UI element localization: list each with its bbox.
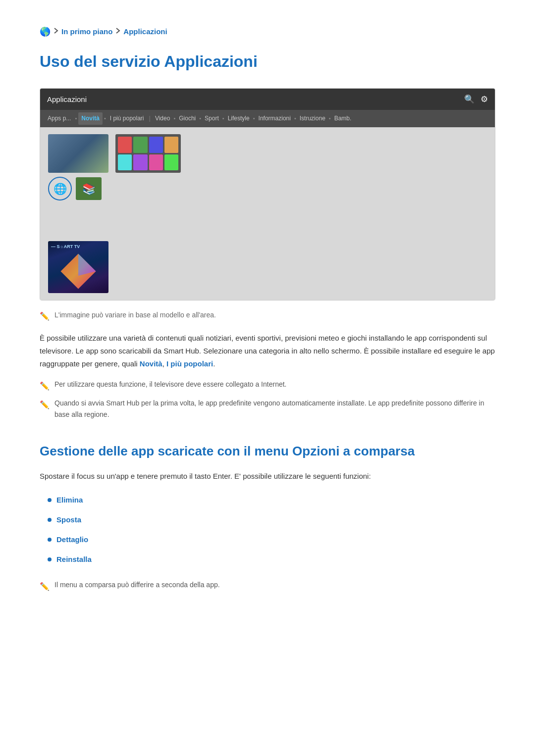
tv-nav-novita[interactable]: Novità bbox=[78, 112, 103, 125]
tv-nav-sep7: • bbox=[293, 114, 297, 123]
note-1: ✏️ Per utilizzare questa funzione, il te… bbox=[40, 379, 495, 393]
tv-nav-lifestyle[interactable]: Lifestyle bbox=[226, 112, 252, 125]
pencil-icon-3: ✏️ bbox=[40, 399, 50, 411]
search-icon[interactable]: 🔍 bbox=[464, 93, 475, 106]
highlight-novita[interactable]: Novità bbox=[140, 359, 162, 368]
tv-header-icons: 🔍 ⚙ bbox=[464, 93, 488, 106]
option-elimina-link[interactable]: Elimina bbox=[56, 494, 83, 506]
tv-screen-panel: Applicazioni 🔍 ⚙ Apps p... • Novità • I … bbox=[40, 88, 495, 301]
main-paragraph: È possibile utilizzare una varietà di co… bbox=[40, 332, 495, 371]
grid-cell-2 bbox=[133, 137, 147, 153]
option-reinstalla-link[interactable]: Reinstalla bbox=[56, 554, 92, 565]
tv-header-title: Applicazioni bbox=[47, 94, 87, 105]
note-1-text: Per utilizzare questa funzione, il telev… bbox=[54, 379, 287, 390]
bullet-dot-3 bbox=[48, 538, 52, 542]
image-note: ✏️ L'immagine può variare in base al mod… bbox=[40, 309, 495, 323]
options-list: Elimina Sposta Dettaglio Reinstalla bbox=[48, 490, 495, 569]
tv-app-tile-grid[interactable] bbox=[115, 134, 181, 173]
section2-intro: Spostare il focus su un'app e tenere pre… bbox=[40, 470, 495, 483]
tv-nav-divider: | bbox=[147, 113, 153, 124]
tv-header: Applicazioni 🔍 ⚙ bbox=[40, 89, 495, 110]
grid-cell-4 bbox=[164, 137, 178, 153]
tv-app-tile-landscape[interactable] bbox=[48, 134, 108, 173]
note-2: ✏️ Quando si avvia Smart Hub per la prim… bbox=[40, 398, 495, 420]
list-item-sposta: Sposta bbox=[48, 510, 495, 530]
comma-sep: , bbox=[162, 359, 166, 368]
pencil-icon-2: ✏️ bbox=[40, 380, 50, 393]
tv-app-small-row: 🌐 📚 bbox=[48, 177, 108, 201]
tv-nav-sep2: • bbox=[103, 114, 107, 123]
tv-nav-sep3: • bbox=[172, 114, 176, 123]
tv-nav-sep8: • bbox=[328, 114, 332, 123]
tv-col-1: 🌐 📚 bbox=[48, 134, 108, 234]
grid-cell-6 bbox=[133, 154, 147, 171]
tv-smart-tv-tile[interactable]: — S☼ART TV bbox=[48, 241, 108, 293]
grid-cell-3 bbox=[149, 137, 163, 153]
breadcrumb-link-primo-piano[interactable]: In primo piano bbox=[61, 26, 112, 38]
tv-nav-sep6: • bbox=[252, 114, 256, 123]
tv-nav-piu-popolari[interactable]: I più popolari bbox=[107, 112, 147, 125]
tv-nav-bamb[interactable]: Bamb. bbox=[332, 112, 354, 125]
image-note-text: L'immagine può variare in base al modell… bbox=[54, 309, 216, 320]
tv-nav-video[interactable]: Video bbox=[153, 112, 172, 125]
list-item-dettaglio: Dettaglio bbox=[48, 530, 495, 550]
bullet-dot-4 bbox=[48, 557, 52, 561]
pencil-icon-4: ✏️ bbox=[40, 580, 50, 593]
tv-nav-giochi[interactable]: Giochi bbox=[177, 112, 198, 125]
tv-nav-apps[interactable]: Apps p... bbox=[45, 112, 73, 125]
smart-tv-label: — S☼ART TV bbox=[51, 244, 80, 250]
grid-cell-5 bbox=[118, 154, 132, 171]
page-title: Uso del servizio Applicazioni bbox=[40, 49, 495, 74]
period-end: . bbox=[213, 359, 215, 368]
breadcrumb-separator-2 bbox=[115, 26, 120, 38]
grid-cell-8 bbox=[164, 154, 178, 171]
grid-cell-1 bbox=[118, 137, 132, 153]
tv-app-globe[interactable]: 🌐 bbox=[48, 177, 72, 201]
smart-tv-graphic bbox=[54, 252, 103, 291]
list-item-reinstalla: Reinstalla bbox=[48, 550, 495, 569]
breadcrumb-link-applicazioni[interactable]: Applicazioni bbox=[123, 26, 167, 38]
grid-cell-7 bbox=[149, 154, 163, 171]
bullet-dot-2 bbox=[48, 518, 52, 522]
popup-note-text: Il menu a comparsa può differire a secon… bbox=[54, 579, 220, 591]
tv-nav-sport[interactable]: Sport bbox=[203, 112, 221, 125]
tv-nav-sep4: • bbox=[198, 114, 202, 123]
tv-content-area: 🌐 📚 bbox=[40, 127, 495, 241]
main-text-body: È possibile utilizzare una varietà di co… bbox=[40, 334, 495, 368]
highlight-piu-popolari[interactable]: I più popolari bbox=[166, 359, 213, 368]
tv-nav-istruzione[interactable]: Istruzione bbox=[298, 112, 327, 125]
tv-app-book[interactable]: 📚 bbox=[76, 177, 102, 200]
tv-nav-bar: Apps p... • Novità • I più popolari | Vi… bbox=[40, 110, 495, 127]
breadcrumb-separator-1 bbox=[54, 26, 58, 38]
option-dettaglio-link[interactable]: Dettaglio bbox=[56, 534, 88, 546]
bullet-dot-1 bbox=[48, 498, 52, 502]
tv-nav-sep1: • bbox=[74, 114, 78, 123]
option-sposta-link[interactable]: Sposta bbox=[56, 514, 81, 526]
tv-nav-sep5: • bbox=[221, 114, 225, 123]
tv-nav-informazioni[interactable]: Informazioni bbox=[257, 112, 293, 125]
section2-title: Gestione delle app scaricate con il menu… bbox=[40, 441, 495, 462]
settings-icon[interactable]: ⚙ bbox=[481, 93, 488, 106]
tv-col-2 bbox=[115, 134, 181, 234]
pencil-icon-1: ✏️ bbox=[40, 310, 50, 323]
list-item-elimina: Elimina bbox=[48, 490, 495, 510]
breadcrumb-icon: 🌎 bbox=[40, 25, 51, 39]
note-2-text: Quando si avvia Smart Hub per la prima v… bbox=[54, 398, 495, 420]
popup-note: ✏️ Il menu a comparsa può differire a se… bbox=[40, 579, 495, 593]
tv-smart-tv-row: — S☼ART TV bbox=[40, 241, 495, 300]
breadcrumb: 🌎 In primo piano Applicazioni bbox=[40, 25, 495, 39]
